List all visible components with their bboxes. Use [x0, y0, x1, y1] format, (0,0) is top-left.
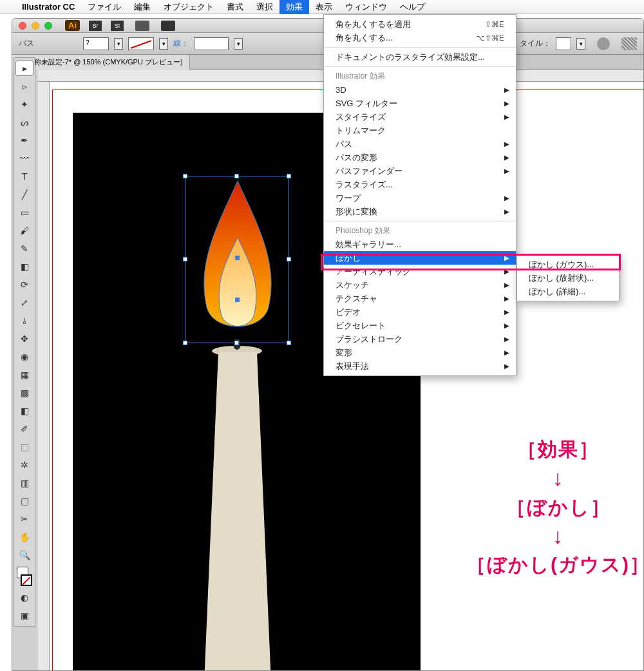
menu-object[interactable]: オブジェクト	[157, 0, 220, 14]
menu-stylize[interactable]: スタイライズ▶	[324, 110, 516, 124]
menu-distort[interactable]: パスの変形▶	[324, 151, 516, 164]
menu-select[interactable]: 選択	[250, 0, 279, 14]
style-dd[interactable]: ▾	[576, 38, 585, 50]
stroke-dropdown[interactable]: ▾	[159, 38, 168, 50]
window-close-button[interactable]	[19, 22, 26, 30]
menu-help[interactable]: ヘルプ	[393, 0, 431, 14]
gpu-icon[interactable]	[161, 21, 175, 31]
tool-lasso[interactable]: ᔕ	[15, 115, 33, 130]
menu-window[interactable]: ウィンドウ	[339, 0, 393, 14]
tool-blend[interactable]: ⬚	[15, 439, 33, 455]
stroke-weight-dd[interactable]: ▾	[234, 38, 243, 50]
menu-apply-last[interactable]: 角を丸くするを適用 ⇧⌘E	[324, 17, 516, 31]
menu-convert-shape[interactable]: 形状に変換▶	[324, 205, 516, 218]
arrange-docs-icon[interactable]	[135, 21, 149, 31]
menu-svg-filter[interactable]: SVG フィルター▶	[324, 97, 516, 110]
tool-type[interactable]: T	[15, 169, 33, 184]
tool-line[interactable]: ╱	[15, 187, 33, 202]
tool-pen[interactable]: ✒	[15, 133, 33, 148]
document-tab[interactable]: × 名称未設定-7* @ 150% (CMYK/GPU プレビュー)	[12, 55, 190, 70]
tool-artboard[interactable]: ▢	[15, 493, 33, 509]
stock-badge[interactable]: St	[111, 21, 124, 31]
menu-video[interactable]: ビデオ▶	[324, 305, 516, 319]
window-zoom-button[interactable]	[44, 22, 52, 30]
sel-handle-e[interactable]	[287, 257, 291, 261]
sel-handle-s[interactable]	[234, 341, 239, 345]
menu-stylize-ps[interactable]: 表現手法▶	[324, 359, 516, 373]
tool-hand[interactable]: ✋	[15, 529, 33, 545]
menu-texture[interactable]: テクスチャ▶	[324, 292, 516, 305]
selection-bounding-box[interactable]	[185, 176, 289, 343]
submenu-arrow-icon: ▶	[504, 336, 509, 343]
menu-3d[interactable]: 3D▶	[324, 83, 516, 97]
menu-doc-raster[interactable]: ドキュメントのラスタライズ効果設定...	[324, 50, 516, 64]
effect-menu: 角を丸くするを適用 ⇧⌘E 角を丸くする... ⌥⇧⌘E ドキュメントのラスタラ…	[323, 14, 516, 376]
color-mode-toggle[interactable]: ◐	[15, 590, 33, 605]
fill-dropdown[interactable]: ▾	[114, 38, 123, 50]
menu-trim-marks[interactable]: トリムマーク	[324, 124, 516, 137]
bridge-badge[interactable]: Br	[89, 21, 102, 31]
window-minimize-button[interactable]	[32, 22, 39, 30]
sel-handle-se[interactable]	[287, 341, 291, 345]
tool-rotate[interactable]: ⟳	[15, 277, 33, 292]
menu-path[interactable]: パス▶	[324, 137, 516, 151]
tool-mesh[interactable]: ▩	[15, 385, 33, 401]
tool-free-transform[interactable]: ✥	[15, 331, 33, 346]
menu-effect[interactable]: 効果	[279, 0, 309, 14]
menu-distort-ps[interactable]: 変形▶	[324, 346, 516, 359]
tool-gradient[interactable]: ◧	[15, 403, 33, 419]
tool-eyedropper[interactable]: ✐	[15, 421, 33, 437]
tool-direct-selection[interactable]: ▹	[15, 79, 33, 94]
align-icon[interactable]	[621, 37, 637, 50]
tool-selection[interactable]: ▸	[15, 61, 33, 76]
sel-handle-w[interactable]	[183, 257, 187, 261]
submenu-smart-blur[interactable]: ぼかし (詳細)...	[517, 285, 619, 298]
fill-stroke-indicator[interactable]	[15, 565, 33, 587]
style-swatch[interactable]	[556, 37, 571, 50]
tool-pencil[interactable]: ✎	[15, 241, 33, 256]
stroke-swatch[interactable]	[128, 37, 154, 50]
stroke-indicator[interactable]	[21, 574, 32, 586]
menu-warp[interactable]: ワープ▶	[324, 191, 516, 205]
tool-scale[interactable]: ⤢	[15, 295, 33, 310]
menu-brush-strokes[interactable]: ブラシストローク▶	[324, 332, 516, 346]
menu-view[interactable]: 表示	[309, 0, 339, 14]
menu-file[interactable]: ファイル	[81, 0, 128, 14]
stroke-weight[interactable]	[194, 37, 229, 50]
tool-zoom[interactable]: 🔍	[15, 547, 33, 563]
menu-artistic[interactable]: アーティスティック▶	[324, 265, 516, 278]
tool-rectangle[interactable]: ▭	[15, 205, 33, 220]
menu-rasterize[interactable]: ラスタライズ...	[324, 178, 516, 191]
tool-magic-wand[interactable]: ✦	[15, 97, 33, 112]
tool-width[interactable]: ⫰	[15, 313, 33, 328]
tool-perspective[interactable]: ▦	[15, 367, 33, 383]
annot-line2: ［ぼかし］	[423, 494, 643, 521]
stroke-label[interactable]: 線：	[173, 38, 189, 49]
fill-swatch[interactable]: ?	[83, 37, 109, 50]
tool-shape-builder[interactable]: ◉	[15, 349, 33, 364]
tool-slice[interactable]: ✂	[15, 511, 33, 527]
submenu-radial-blur[interactable]: ぼかし (放射状)...	[517, 271, 619, 285]
menu-pathfinder[interactable]: パスファインダー▶	[324, 164, 516, 178]
submenu-gaussian-blur[interactable]: ぼかし (ガウス)...	[517, 258, 619, 271]
menu-blur[interactable]: ぼかし▶	[324, 251, 516, 265]
menu-effect-gallery[interactable]: 効果ギャラリー...	[324, 238, 516, 251]
menu-type[interactable]: 書式	[220, 0, 250, 14]
recolor-icon[interactable]	[597, 37, 610, 50]
menu-pixelate[interactable]: ピクセレート▶	[324, 319, 516, 332]
menu-sketch[interactable]: スケッチ▶	[324, 278, 516, 292]
submenu-arrow-icon: ▶	[504, 349, 509, 356]
tool-curvature[interactable]: 〰	[15, 151, 33, 166]
tool-paintbrush[interactable]: 🖌	[15, 223, 33, 238]
tool-symbol-sprayer[interactable]: ✲	[15, 457, 33, 473]
sel-handle-nw[interactable]	[183, 174, 187, 178]
menu-app[interactable]: Illustrator CC	[15, 0, 81, 14]
tool-eraser[interactable]: ◧	[15, 259, 33, 274]
sel-handle-sw[interactable]	[183, 341, 187, 345]
menu-edit[interactable]: 編集	[128, 0, 157, 14]
screen-mode[interactable]: ▣	[15, 608, 33, 623]
menu-last-effect[interactable]: 角を丸くする... ⌥⇧⌘E	[324, 31, 516, 44]
sel-handle-n[interactable]	[234, 174, 239, 178]
sel-handle-ne[interactable]	[287, 174, 291, 178]
tool-column-graph[interactable]: ▥	[15, 475, 33, 491]
